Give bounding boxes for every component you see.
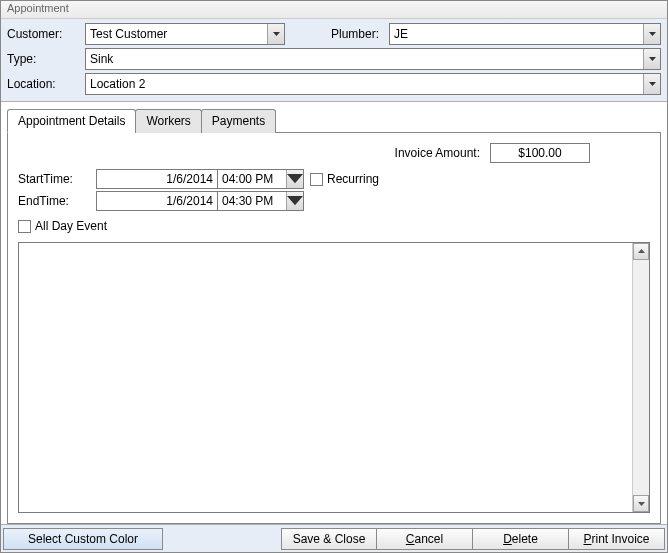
delete-button[interactable]: Delete xyxy=(473,528,569,550)
customer-value: Test Customer xyxy=(90,27,167,41)
window-title: Appointment xyxy=(7,2,69,14)
tabstrip: Appointment Details Workers Payments xyxy=(7,108,661,132)
start-time-label: StartTime: xyxy=(18,172,96,186)
type-combo[interactable]: Sink xyxy=(85,48,661,70)
customer-combo[interactable]: Test Customer xyxy=(85,23,285,45)
recurring-label: Recurring xyxy=(327,172,379,186)
dropdown-arrow-icon[interactable] xyxy=(286,170,303,188)
tab-workers[interactable]: Workers xyxy=(135,109,201,133)
location-label: Location: xyxy=(7,77,85,91)
location-value: Location 2 xyxy=(90,77,145,91)
tab-payments[interactable]: Payments xyxy=(201,109,276,133)
dropdown-arrow-icon[interactable] xyxy=(643,49,660,69)
titlebar: Appointment xyxy=(1,1,667,19)
type-value: Sink xyxy=(90,52,113,66)
end-time-label: EndTime: xyxy=(18,194,96,208)
scrollbar[interactable] xyxy=(632,243,649,513)
all-day-checkbox[interactable]: All Day Event xyxy=(18,219,107,233)
dropdown-arrow-icon[interactable] xyxy=(643,74,660,94)
recurring-checkbox[interactable]: Recurring xyxy=(310,172,379,186)
start-date-input[interactable]: 1/6/2014 xyxy=(96,169,218,189)
tabs-container: Appointment Details Workers Payments Inv… xyxy=(1,102,667,524)
dropdown-arrow-icon[interactable] xyxy=(286,192,303,210)
end-time-value: 04:30 PM xyxy=(222,194,273,208)
start-time-select[interactable]: 04:00 PM xyxy=(218,169,304,189)
invoice-amount-value[interactable]: $100.00 xyxy=(490,143,590,163)
checkbox-icon xyxy=(310,173,323,186)
scroll-up-icon[interactable] xyxy=(633,243,649,260)
action-buttons: Save & Close Cancel Delete Print Invoice xyxy=(281,528,665,550)
appointment-window: Appointment Customer: Test Customer Plum… xyxy=(0,0,668,553)
customer-label: Customer: xyxy=(7,27,85,41)
plumber-label: Plumber: xyxy=(317,27,389,41)
scroll-track[interactable] xyxy=(633,260,649,496)
notes-textarea[interactable] xyxy=(18,242,650,514)
cancel-button[interactable]: Cancel xyxy=(377,528,473,550)
save-close-button[interactable]: Save & Close xyxy=(281,528,377,550)
header-area: Customer: Test Customer Plumber: JE Type… xyxy=(1,19,667,102)
dropdown-arrow-icon[interactable] xyxy=(643,24,660,44)
end-date-input[interactable]: 1/6/2014 xyxy=(96,191,218,211)
tab-panel-details: Invoice Amount: $100.00 StartTime: 1/6/2… xyxy=(7,132,661,524)
dropdown-arrow-icon[interactable] xyxy=(267,24,284,44)
end-time-select[interactable]: 04:30 PM xyxy=(218,191,304,211)
type-label: Type: xyxy=(7,52,85,66)
scroll-down-icon[interactable] xyxy=(633,495,649,512)
start-time-value: 04:00 PM xyxy=(222,172,273,186)
all-day-label: All Day Event xyxy=(35,219,107,233)
print-invoice-button[interactable]: Print Invoice xyxy=(569,528,665,550)
plumber-combo[interactable]: JE xyxy=(389,23,661,45)
location-combo[interactable]: Location 2 xyxy=(85,73,661,95)
tab-appointment-details[interactable]: Appointment Details xyxy=(7,109,136,133)
plumber-value: JE xyxy=(394,27,408,41)
checkbox-icon xyxy=(18,220,31,233)
footer-toolbar: Select Custom Color Save & Close Cancel … xyxy=(1,524,667,552)
select-custom-color-button[interactable]: Select Custom Color xyxy=(3,528,163,550)
invoice-amount-label: Invoice Amount: xyxy=(395,146,480,160)
